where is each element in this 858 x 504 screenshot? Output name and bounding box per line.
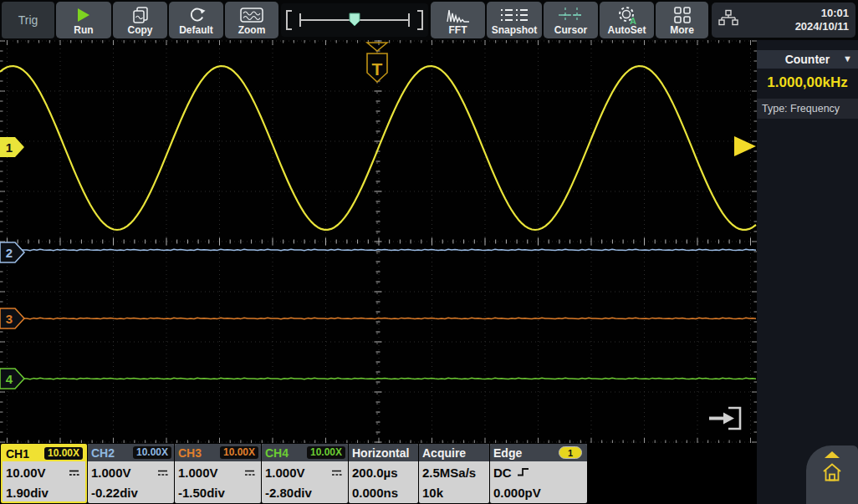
ch2-label: CH2 (88, 446, 115, 460)
ch3-probe-badge: 10.00X (220, 446, 258, 459)
more-grid-icon (673, 4, 692, 25)
timebase-value: 200.0µs (352, 466, 398, 480)
quick-menu-tab (806, 445, 858, 504)
trigger-flag-label: T (372, 59, 383, 79)
acquire-title: Acquire (419, 446, 466, 460)
cursor-crosshair-icon (557, 4, 585, 25)
zoom-wave-icon (239, 4, 264, 25)
more-button[interactable]: More (656, 2, 708, 38)
fft-button[interactable]: FFT (431, 2, 485, 38)
trig-label: Trig (18, 13, 38, 27)
trig-button[interactable]: Trig (2, 2, 54, 38)
channel-marker-1[interactable]: 1 (0, 137, 24, 157)
dc-coupling-icon (156, 466, 169, 480)
run-button[interactable]: Run (56, 2, 111, 38)
copy-icon (131, 4, 150, 25)
ch4-block[interactable]: CH4 10.00X 1.000V -2.80div (262, 444, 348, 503)
horizontal-title: Horizontal (349, 446, 409, 460)
ch1-block[interactable]: CH1 10.00X 10.00V 1.90div (1, 444, 87, 503)
copy-button[interactable]: Copy (113, 2, 167, 38)
trigger-source-badge: 1 (559, 446, 582, 459)
memory-depth-value: 10k (422, 486, 443, 500)
chevron-up-icon[interactable] (825, 451, 840, 458)
delay-value: 0.000ns (352, 486, 398, 500)
play-icon (76, 4, 91, 25)
counter-value: 1.000,00kHz (757, 74, 858, 91)
acquire-block[interactable]: Acquire 2.5MSa/s 10k (419, 444, 489, 503)
ch1-volts: 10.00V (6, 466, 46, 480)
snapshot-button[interactable]: Snapshot (487, 2, 542, 38)
dc-coupling-icon (68, 466, 80, 480)
autoset-gear-icon: A (616, 4, 638, 25)
zoom-button[interactable]: Zoom (225, 2, 278, 38)
right-panel: Counter ▼ 1.000,00kHz Type: Frequency (757, 40, 858, 504)
ch3-offset: -1.50div (178, 486, 225, 500)
trace-ch2 (0, 249, 756, 251)
svg-text:1: 1 (6, 140, 13, 155)
trigger-title: Edge (490, 446, 522, 460)
trigger-level-value: 0.000pV (493, 486, 541, 500)
svg-text:2: 2 (6, 246, 13, 260)
time-text: 10:01 (795, 7, 849, 20)
svg-text:4: 4 (6, 372, 13, 386)
date-text: 2024/10/11 (795, 20, 849, 33)
svg-text:A: A (630, 16, 636, 25)
datetime: 10:01 2024/10/11 (795, 7, 849, 33)
ch1-probe-badge: 10.00X (44, 447, 83, 460)
trigger-block[interactable]: Edge 1 DC 0.000pV (490, 444, 587, 503)
counter-type-label: Type: Frequency (757, 99, 858, 119)
ch4-volts: 1.000V (265, 466, 305, 480)
trace-ch3 (0, 318, 756, 319)
counter-title: Counter (785, 53, 830, 66)
trace-ch4 (0, 378, 756, 379)
svg-text:3: 3 (6, 312, 13, 326)
trigger-level-arrow[interactable] (734, 136, 756, 156)
oscilloscope-screen: Trig Run Copy (0, 0, 858, 504)
horizontal-position-indicator[interactable] (281, 3, 428, 37)
ch3-volts: 1.000V (178, 466, 218, 480)
sample-rate-value: 2.5MSa/s (422, 466, 476, 480)
ch2-probe-badge: 10.00X (133, 446, 171, 459)
waveform-display: 1234T (0, 40, 757, 443)
home-icon[interactable] (821, 461, 843, 483)
ch2-block[interactable]: CH2 10.00X 1.000V -0.22div (88, 444, 174, 503)
ch2-offset: -0.22div (91, 486, 138, 500)
channel-marker-2[interactable]: 2 (0, 242, 24, 262)
expand-window-icon[interactable] (705, 405, 747, 433)
channel-marker-4[interactable]: 4 (0, 369, 24, 389)
status-bar: CH1 10.00X 10.00V 1.90div CH2 10.00X 1.0 (0, 443, 757, 504)
cursor-button[interactable]: Cursor (544, 2, 598, 38)
horizontal-block[interactable]: Horizontal 200.0µs 0.000ns (349, 444, 418, 503)
channel-marker-3[interactable]: 3 (0, 308, 24, 328)
snapshot-list-icon (500, 4, 529, 25)
ch1-offset: 1.90div (6, 486, 49, 500)
autoset-button[interactable]: A AutoSet (600, 2, 654, 38)
trigger-position-marker (350, 13, 360, 26)
trigger-coupling: DC (493, 466, 512, 480)
dc-coupling-icon (243, 466, 256, 480)
ch2-volts: 1.000V (91, 466, 131, 480)
ch3-block[interactable]: CH3 10.00X 1.000V -1.50div (175, 444, 261, 503)
ch1-label: CH1 (3, 447, 29, 461)
ch4-probe-badge: 10.00X (307, 446, 345, 459)
dc-coupling-icon (330, 466, 343, 480)
ch4-offset: -2.80div (265, 486, 312, 500)
ch4-label: CH4 (262, 446, 289, 460)
clock-block[interactable]: 10:01 2024/10/11 (712, 3, 855, 38)
counter-dropdown[interactable]: Counter ▼ (757, 50, 858, 69)
fft-spectrum-icon (446, 4, 471, 25)
default-button[interactable]: Default (169, 2, 223, 38)
top-toolbar: Trig Run Copy (0, 0, 858, 40)
rising-edge-icon (516, 466, 530, 480)
right-outer-bracket (417, 11, 422, 29)
reset-icon (187, 4, 206, 25)
left-outer-bracket (287, 11, 292, 29)
trigger-flag-arrow[interactable] (367, 43, 387, 51)
ch3-label: CH3 (175, 446, 202, 460)
network-icon (718, 9, 738, 31)
chevron-down-icon: ▼ (843, 53, 852, 64)
